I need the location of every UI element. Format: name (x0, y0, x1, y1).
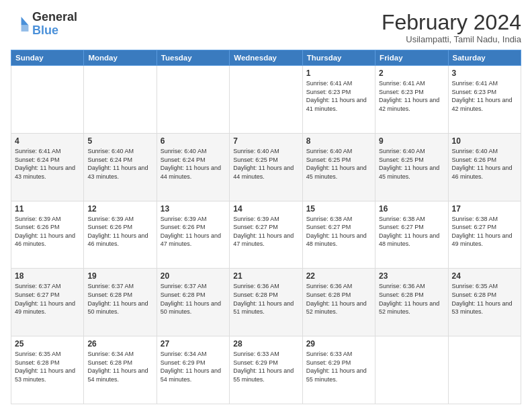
table-row: 16Sunrise: 6:38 AM Sunset: 6:27 PM Dayli… (375, 201, 448, 269)
col-monday: Monday (84, 50, 157, 66)
calendar-week-4: 18Sunrise: 6:37 AM Sunset: 6:27 PM Dayli… (11, 269, 521, 336)
day-info: Sunrise: 6:36 AM Sunset: 6:28 PM Dayligh… (233, 282, 298, 316)
table-row: 28Sunrise: 6:33 AM Sunset: 6:29 PM Dayli… (230, 336, 302, 404)
day-info: Sunrise: 6:38 AM Sunset: 6:27 PM Dayligh… (452, 215, 517, 248)
header: General Blue February 2024 Usilampatti, … (11, 11, 521, 44)
day-info: Sunrise: 6:37 AM Sunset: 6:28 PM Dayligh… (161, 282, 226, 316)
day-info: Sunrise: 6:41 AM Sunset: 6:23 PM Dayligh… (379, 79, 444, 113)
day-info: Sunrise: 6:38 AM Sunset: 6:27 PM Dayligh… (306, 215, 371, 248)
table-row: 5Sunrise: 6:40 AM Sunset: 6:24 PM Daylig… (84, 133, 157, 201)
table-row: 7Sunrise: 6:40 AM Sunset: 6:25 PM Daylig… (230, 133, 302, 201)
table-row: 23Sunrise: 6:36 AM Sunset: 6:28 PM Dayli… (375, 269, 448, 336)
day-info: Sunrise: 6:41 AM Sunset: 6:24 PM Dayligh… (15, 147, 80, 181)
day-info: Sunrise: 6:37 AM Sunset: 6:28 PM Dayligh… (87, 282, 152, 316)
svg-marker-0 (21, 17, 29, 25)
day-info: Sunrise: 6:40 AM Sunset: 6:24 PM Dayligh… (161, 147, 226, 181)
day-number: 8 (306, 136, 371, 146)
day-info: Sunrise: 6:39 AM Sunset: 6:26 PM Dayligh… (87, 215, 152, 248)
day-info: Sunrise: 6:33 AM Sunset: 6:29 PM Dayligh… (233, 350, 298, 383)
table-row: 24Sunrise: 6:35 AM Sunset: 6:28 PM Dayli… (448, 269, 521, 336)
calendar-week-3: 11Sunrise: 6:39 AM Sunset: 6:26 PM Dayli… (11, 201, 521, 269)
title-block: February 2024 Usilampatti, Tamil Nadu, I… (382, 11, 521, 44)
table-row: 29Sunrise: 6:33 AM Sunset: 6:29 PM Dayli… (302, 336, 375, 404)
day-number: 4 (15, 136, 80, 146)
day-info: Sunrise: 6:39 AM Sunset: 6:26 PM Dayligh… (161, 215, 226, 248)
calendar-header-row: Sunday Monday Tuesday Wednesday Thursday… (11, 50, 521, 66)
table-row (448, 336, 521, 404)
logo-icon (11, 15, 30, 34)
day-number: 15 (306, 204, 371, 214)
day-info: Sunrise: 6:40 AM Sunset: 6:24 PM Dayligh… (87, 147, 152, 181)
day-info: Sunrise: 6:39 AM Sunset: 6:26 PM Dayligh… (15, 215, 80, 248)
day-number: 19 (87, 271, 152, 281)
day-info: Sunrise: 6:36 AM Sunset: 6:28 PM Dayligh… (379, 282, 444, 316)
day-info: Sunrise: 6:35 AM Sunset: 6:28 PM Dayligh… (452, 282, 517, 316)
day-number: 28 (233, 339, 298, 349)
day-info: Sunrise: 6:34 AM Sunset: 6:28 PM Dayligh… (87, 350, 152, 383)
day-number: 26 (87, 339, 152, 349)
day-number: 20 (161, 271, 226, 281)
day-number: 10 (452, 136, 517, 146)
day-number: 18 (15, 271, 80, 281)
page: General Blue February 2024 Usilampatti, … (0, 0, 532, 411)
day-info: Sunrise: 6:41 AM Sunset: 6:23 PM Dayligh… (452, 79, 517, 113)
day-number: 25 (15, 339, 80, 349)
day-number: 2 (379, 68, 444, 78)
day-info: Sunrise: 6:33 AM Sunset: 6:29 PM Dayligh… (306, 350, 371, 383)
table-row: 13Sunrise: 6:39 AM Sunset: 6:26 PM Dayli… (157, 201, 229, 269)
col-thursday: Thursday (302, 50, 375, 66)
table-row: 26Sunrise: 6:34 AM Sunset: 6:28 PM Dayli… (84, 336, 157, 404)
table-row: 10Sunrise: 6:40 AM Sunset: 6:26 PM Dayli… (448, 133, 521, 201)
table-row: 11Sunrise: 6:39 AM Sunset: 6:26 PM Dayli… (11, 201, 84, 269)
day-number: 16 (379, 204, 444, 214)
day-info: Sunrise: 6:35 AM Sunset: 6:28 PM Dayligh… (15, 350, 80, 383)
day-number: 24 (452, 271, 517, 281)
day-number: 27 (161, 339, 226, 349)
table-row: 12Sunrise: 6:39 AM Sunset: 6:26 PM Dayli… (84, 201, 157, 269)
day-number: 21 (233, 271, 298, 281)
col-sunday: Sunday (11, 50, 84, 66)
calendar-week-1: 1Sunrise: 6:41 AM Sunset: 6:23 PM Daylig… (11, 66, 521, 134)
day-number: 5 (87, 136, 152, 146)
table-row: 14Sunrise: 6:39 AM Sunset: 6:27 PM Dayli… (230, 201, 302, 269)
day-info: Sunrise: 6:40 AM Sunset: 6:25 PM Dayligh… (379, 147, 444, 181)
main-title: February 2024 (382, 11, 521, 34)
day-info: Sunrise: 6:34 AM Sunset: 6:29 PM Dayligh… (161, 350, 226, 383)
day-number: 7 (233, 136, 298, 146)
table-row: 9Sunrise: 6:40 AM Sunset: 6:25 PM Daylig… (375, 133, 448, 201)
day-info: Sunrise: 6:38 AM Sunset: 6:27 PM Dayligh… (379, 215, 444, 248)
calendar-week-5: 25Sunrise: 6:35 AM Sunset: 6:28 PM Dayli… (11, 336, 521, 404)
day-number: 11 (15, 204, 80, 214)
table-row: 6Sunrise: 6:40 AM Sunset: 6:24 PM Daylig… (157, 133, 229, 201)
col-tuesday: Tuesday (157, 50, 229, 66)
day-number: 9 (379, 136, 444, 146)
svg-marker-1 (21, 25, 29, 31)
day-number: 29 (306, 339, 371, 349)
day-info: Sunrise: 6:37 AM Sunset: 6:27 PM Dayligh… (15, 282, 80, 316)
col-friday: Friday (375, 50, 448, 66)
day-info: Sunrise: 6:40 AM Sunset: 6:25 PM Dayligh… (233, 147, 298, 181)
table-row: 17Sunrise: 6:38 AM Sunset: 6:27 PM Dayli… (448, 201, 521, 269)
calendar-table: Sunday Monday Tuesday Wednesday Thursday… (11, 50, 521, 404)
day-number: 13 (161, 204, 226, 214)
table-row: 1Sunrise: 6:41 AM Sunset: 6:23 PM Daylig… (302, 66, 375, 134)
day-number: 1 (306, 68, 371, 78)
table-row: 2Sunrise: 6:41 AM Sunset: 6:23 PM Daylig… (375, 66, 448, 134)
day-number: 22 (306, 271, 371, 281)
table-row: 27Sunrise: 6:34 AM Sunset: 6:29 PM Dayli… (157, 336, 229, 404)
table-row (157, 66, 229, 134)
subtitle: Usilampatti, Tamil Nadu, India (382, 34, 521, 44)
calendar-week-2: 4Sunrise: 6:41 AM Sunset: 6:24 PM Daylig… (11, 133, 521, 201)
day-info: Sunrise: 6:41 AM Sunset: 6:23 PM Dayligh… (306, 79, 371, 113)
day-number: 3 (452, 68, 517, 78)
logo-text: General Blue (32, 11, 77, 38)
col-wednesday: Wednesday (230, 50, 302, 66)
day-number: 17 (452, 204, 517, 214)
day-number: 12 (87, 204, 152, 214)
day-number: 14 (233, 204, 298, 214)
table-row: 20Sunrise: 6:37 AM Sunset: 6:28 PM Dayli… (157, 269, 229, 336)
table-row: 22Sunrise: 6:36 AM Sunset: 6:28 PM Dayli… (302, 269, 375, 336)
day-info: Sunrise: 6:36 AM Sunset: 6:28 PM Dayligh… (306, 282, 371, 316)
table-row (230, 66, 302, 134)
table-row (375, 336, 448, 404)
